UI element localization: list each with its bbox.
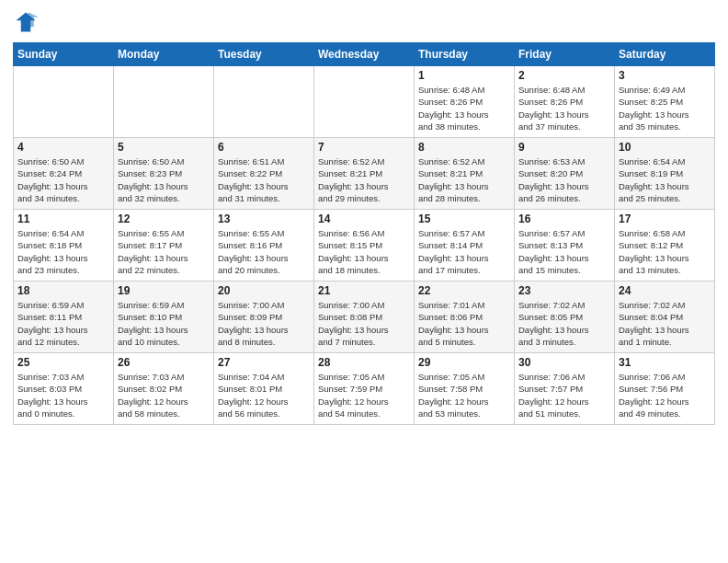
day-cell: 14Sunrise: 6:56 AM Sunset: 8:15 PM Dayli… [314,210,415,282]
day-info: Sunrise: 6:48 AM Sunset: 8:26 PM Dayligh… [518,84,610,132]
day-info: Sunrise: 6:57 AM Sunset: 8:14 PM Dayligh… [418,227,510,276]
day-cell: 5Sunrise: 6:50 AM Sunset: 8:23 PM Daylig… [114,138,214,210]
col-header-thursday: Thursday [415,43,515,66]
day-info: Sunrise: 7:03 AM Sunset: 8:03 PM Dayligh… [17,371,109,419]
day-number: 31 [619,356,711,369]
day-info: Sunrise: 6:51 AM Sunset: 8:22 PM Dayligh… [218,155,310,204]
day-cell: 23Sunrise: 7:02 AM Sunset: 8:05 PM Dayli… [515,282,615,353]
day-cell [214,66,314,138]
day-info: Sunrise: 6:52 AM Sunset: 8:21 PM Dayligh… [418,155,510,204]
day-info: Sunrise: 7:02 AM Sunset: 8:04 PM Dayligh… [619,299,711,348]
day-info: Sunrise: 7:00 AM Sunset: 8:08 PM Dayligh… [318,299,410,348]
day-cell: 11Sunrise: 6:54 AM Sunset: 8:18 PM Dayli… [14,210,114,282]
day-number: 22 [418,284,510,297]
day-info: Sunrise: 6:52 AM Sunset: 8:21 PM Dayligh… [318,155,410,204]
day-number: 13 [218,213,310,225]
week-row-3: 18Sunrise: 6:59 AM Sunset: 8:11 PM Dayli… [14,282,715,353]
day-cell: 4Sunrise: 6:50 AM Sunset: 8:24 PM Daylig… [14,138,114,210]
day-cell: 25Sunrise: 7:03 AM Sunset: 8:03 PM Dayli… [14,353,114,425]
day-number: 20 [218,284,310,297]
day-info: Sunrise: 6:54 AM Sunset: 8:18 PM Dayligh… [17,227,109,276]
day-info: Sunrise: 7:01 AM Sunset: 8:06 PM Dayligh… [418,299,510,348]
day-info: Sunrise: 6:58 AM Sunset: 8:12 PM Dayligh… [619,227,711,276]
day-number: 27 [218,356,310,369]
day-cell: 13Sunrise: 6:55 AM Sunset: 8:16 PM Dayli… [214,210,314,282]
day-info: Sunrise: 7:05 AM Sunset: 7:58 PM Dayligh… [418,371,510,419]
day-info: Sunrise: 7:05 AM Sunset: 7:59 PM Dayligh… [318,371,410,419]
day-cell: 24Sunrise: 7:02 AM Sunset: 8:04 PM Dayli… [615,282,715,353]
day-info: Sunrise: 6:50 AM Sunset: 8:24 PM Dayligh… [17,155,109,204]
day-number: 23 [518,284,610,297]
day-info: Sunrise: 6:48 AM Sunset: 8:26 PM Dayligh… [418,84,510,132]
day-number: 29 [418,356,510,369]
day-number: 8 [418,141,510,154]
page: SundayMondayTuesdayWednesdayThursdayFrid… [0,0,728,563]
day-number: 21 [318,284,410,297]
day-info: Sunrise: 6:50 AM Sunset: 8:23 PM Dayligh… [118,155,210,204]
day-cell: 3Sunrise: 6:49 AM Sunset: 8:25 PM Daylig… [615,66,715,138]
week-row-1: 4Sunrise: 6:50 AM Sunset: 8:24 PM Daylig… [14,138,715,210]
day-number: 3 [619,69,711,82]
day-cell: 2Sunrise: 6:48 AM Sunset: 8:26 PM Daylig… [515,66,615,138]
day-number: 6 [218,141,310,154]
day-number: 17 [619,213,711,225]
day-cell: 6Sunrise: 6:51 AM Sunset: 8:22 PM Daylig… [214,138,314,210]
day-cell: 26Sunrise: 7:03 AM Sunset: 8:02 PM Dayli… [114,353,214,425]
day-cell: 12Sunrise: 6:55 AM Sunset: 8:17 PM Dayli… [114,210,214,282]
day-number: 4 [17,141,109,154]
week-row-4: 25Sunrise: 7:03 AM Sunset: 8:03 PM Dayli… [14,353,715,425]
logo-icon [13,9,39,35]
week-row-0: 1Sunrise: 6:48 AM Sunset: 8:26 PM Daylig… [14,66,715,138]
day-cell: 22Sunrise: 7:01 AM Sunset: 8:06 PM Dayli… [415,282,515,353]
day-cell: 20Sunrise: 7:00 AM Sunset: 8:09 PM Dayli… [214,282,314,353]
logo [13,9,42,35]
day-cell: 29Sunrise: 7:05 AM Sunset: 7:58 PM Dayli… [415,353,515,425]
day-info: Sunrise: 7:02 AM Sunset: 8:05 PM Dayligh… [518,299,610,348]
col-header-wednesday: Wednesday [314,43,415,66]
day-info: Sunrise: 7:03 AM Sunset: 8:02 PM Dayligh… [118,371,210,419]
day-cell [14,66,114,138]
day-cell [114,66,214,138]
day-cell: 19Sunrise: 6:59 AM Sunset: 8:10 PM Dayli… [114,282,214,353]
col-header-saturday: Saturday [615,43,715,66]
day-info: Sunrise: 6:55 AM Sunset: 8:17 PM Dayligh… [118,227,210,276]
day-info: Sunrise: 6:56 AM Sunset: 8:15 PM Dayligh… [318,227,410,276]
day-info: Sunrise: 7:04 AM Sunset: 8:01 PM Dayligh… [218,371,310,419]
day-cell: 15Sunrise: 6:57 AM Sunset: 8:14 PM Dayli… [415,210,515,282]
day-info: Sunrise: 6:54 AM Sunset: 8:19 PM Dayligh… [619,155,711,204]
day-number: 18 [17,284,109,297]
week-row-2: 11Sunrise: 6:54 AM Sunset: 8:18 PM Dayli… [14,210,715,282]
day-number: 25 [17,356,109,369]
day-info: Sunrise: 6:53 AM Sunset: 8:20 PM Dayligh… [518,155,610,204]
day-number: 2 [518,69,610,82]
day-number: 5 [118,141,210,154]
day-cell: 17Sunrise: 6:58 AM Sunset: 8:12 PM Dayli… [615,210,715,282]
day-info: Sunrise: 6:49 AM Sunset: 8:25 PM Dayligh… [619,84,711,132]
day-number: 11 [17,213,109,225]
day-number: 1 [418,69,510,82]
day-number: 15 [418,213,510,225]
day-info: Sunrise: 6:57 AM Sunset: 8:13 PM Dayligh… [518,227,610,276]
day-number: 24 [619,284,711,297]
day-cell: 21Sunrise: 7:00 AM Sunset: 8:08 PM Dayli… [314,282,415,353]
col-header-friday: Friday [515,43,615,66]
day-cell: 9Sunrise: 6:53 AM Sunset: 8:20 PM Daylig… [515,138,615,210]
day-number: 19 [118,284,210,297]
day-cell: 16Sunrise: 6:57 AM Sunset: 8:13 PM Dayli… [515,210,615,282]
day-number: 16 [518,213,610,225]
day-info: Sunrise: 7:06 AM Sunset: 7:57 PM Dayligh… [518,371,610,419]
header-row: SundayMondayTuesdayWednesdayThursdayFrid… [14,43,715,66]
col-header-sunday: Sunday [14,43,114,66]
day-info: Sunrise: 6:59 AM Sunset: 8:10 PM Dayligh… [118,299,210,348]
day-cell: 27Sunrise: 7:04 AM Sunset: 8:01 PM Dayli… [214,353,314,425]
day-cell: 30Sunrise: 7:06 AM Sunset: 7:57 PM Dayli… [515,353,615,425]
day-cell: 18Sunrise: 6:59 AM Sunset: 8:11 PM Dayli… [14,282,114,353]
day-number: 7 [318,141,410,154]
day-cell: 7Sunrise: 6:52 AM Sunset: 8:21 PM Daylig… [314,138,415,210]
day-info: Sunrise: 7:06 AM Sunset: 7:56 PM Dayligh… [619,371,711,419]
day-number: 10 [619,141,711,154]
col-header-monday: Monday [114,43,214,66]
day-info: Sunrise: 7:00 AM Sunset: 8:09 PM Dayligh… [218,299,310,348]
day-number: 28 [318,356,410,369]
day-cell: 1Sunrise: 6:48 AM Sunset: 8:26 PM Daylig… [415,66,515,138]
